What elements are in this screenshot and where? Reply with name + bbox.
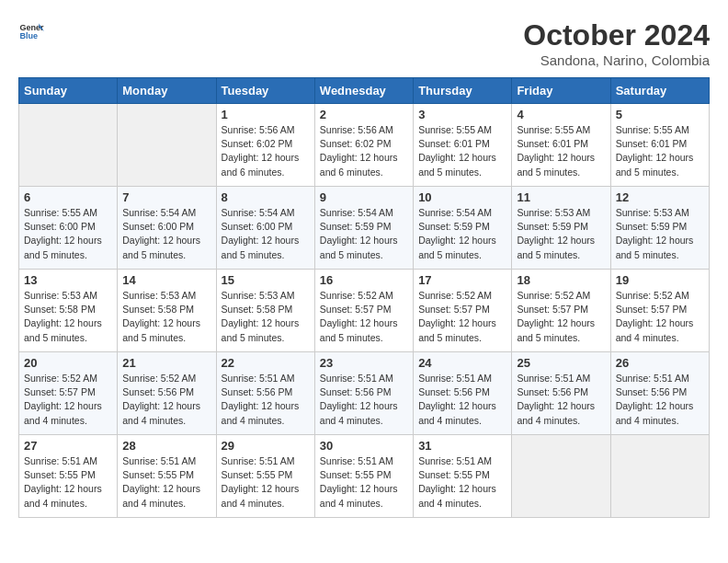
day-info: Sunrise: 5:54 AM Sunset: 5:59 PM Dayligh… — [320, 206, 408, 262]
day-number: 4 — [517, 108, 605, 121]
day-info: Sunrise: 5:52 AM Sunset: 5:57 PM Dayligh… — [320, 289, 408, 345]
day-number: 30 — [320, 439, 408, 453]
calendar-week-row: 13Sunrise: 5:53 AM Sunset: 5:58 PM Dayli… — [19, 270, 710, 352]
day-info: Sunrise: 5:51 AM Sunset: 5:55 PM Dayligh… — [222, 454, 310, 511]
day-info: Sunrise: 5:56 AM Sunset: 6:02 PM Dayligh… — [320, 123, 408, 179]
calendar-cell: 25Sunrise: 5:51 AM Sunset: 5:56 PM Dayli… — [512, 352, 610, 435]
calendar-cell: 7Sunrise: 5:54 AM Sunset: 6:00 PM Daylig… — [118, 187, 216, 270]
calendar-cell: 2Sunrise: 5:56 AM Sunset: 6:02 PM Daylig… — [314, 104, 413, 187]
calendar-cell — [118, 104, 216, 187]
calendar-cell: 27Sunrise: 5:51 AM Sunset: 5:55 PM Dayli… — [19, 435, 118, 518]
day-info: Sunrise: 5:53 AM Sunset: 5:59 PM Dayligh… — [616, 206, 704, 262]
day-number: 1 — [222, 108, 310, 121]
col-thursday: Thursday — [414, 78, 512, 104]
title-area: October 2024 Sandona, Narino, Colombia — [523, 18, 710, 68]
calendar-cell: 5Sunrise: 5:55 AM Sunset: 6:01 PM Daylig… — [610, 104, 709, 187]
calendar-week-row: 27Sunrise: 5:51 AM Sunset: 5:55 PM Dayli… — [19, 435, 710, 518]
day-number: 16 — [320, 273, 408, 287]
day-number: 2 — [320, 108, 408, 121]
col-friday: Friday — [512, 78, 610, 104]
calendar-cell — [512, 435, 610, 518]
calendar-table: Sunday Monday Tuesday Wednesday Thursday… — [18, 77, 710, 518]
day-info: Sunrise: 5:53 AM Sunset: 5:58 PM Dayligh… — [222, 289, 310, 345]
day-info: Sunrise: 5:51 AM Sunset: 5:56 PM Dayligh… — [517, 372, 605, 428]
day-number: 21 — [122, 356, 210, 370]
calendar-cell: 29Sunrise: 5:51 AM Sunset: 5:55 PM Dayli… — [216, 435, 314, 518]
day-number: 25 — [517, 356, 605, 370]
calendar-week-row: 6Sunrise: 5:55 AM Sunset: 6:00 PM Daylig… — [19, 187, 710, 270]
day-number: 12 — [616, 190, 704, 204]
day-number: 24 — [418, 356, 506, 370]
calendar-cell: 15Sunrise: 5:53 AM Sunset: 5:58 PM Dayli… — [216, 270, 314, 352]
col-tuesday: Tuesday — [216, 78, 314, 104]
col-sunday: Sunday — [19, 78, 118, 104]
col-saturday: Saturday — [610, 78, 709, 104]
calendar-cell: 21Sunrise: 5:52 AM Sunset: 5:56 PM Dayli… — [118, 352, 216, 435]
day-info: Sunrise: 5:51 AM Sunset: 5:56 PM Dayligh… — [320, 372, 408, 428]
day-number: 19 — [616, 273, 704, 287]
calendar-title: October 2024 — [523, 18, 710, 52]
day-info: Sunrise: 5:55 AM Sunset: 6:01 PM Dayligh… — [517, 123, 605, 179]
day-info: Sunrise: 5:51 AM Sunset: 5:55 PM Dayligh… — [418, 454, 506, 511]
calendar-cell: 11Sunrise: 5:53 AM Sunset: 5:59 PM Dayli… — [512, 187, 610, 270]
day-info: Sunrise: 5:51 AM Sunset: 5:55 PM Dayligh… — [320, 454, 408, 511]
day-info: Sunrise: 5:55 AM Sunset: 6:01 PM Dayligh… — [418, 123, 506, 179]
day-number: 26 — [616, 356, 704, 370]
calendar-cell: 4Sunrise: 5:55 AM Sunset: 6:01 PM Daylig… — [512, 104, 610, 187]
calendar-cell — [19, 104, 118, 187]
day-info: Sunrise: 5:53 AM Sunset: 5:58 PM Dayligh… — [122, 289, 210, 345]
day-info: Sunrise: 5:56 AM Sunset: 6:02 PM Dayligh… — [222, 123, 310, 179]
day-info: Sunrise: 5:52 AM Sunset: 5:57 PM Dayligh… — [616, 289, 704, 345]
calendar-cell: 3Sunrise: 5:55 AM Sunset: 6:01 PM Daylig… — [414, 104, 512, 187]
day-number: 20 — [24, 356, 112, 370]
calendar-cell: 14Sunrise: 5:53 AM Sunset: 5:58 PM Dayli… — [118, 270, 216, 352]
calendar-cell: 26Sunrise: 5:51 AM Sunset: 5:56 PM Dayli… — [610, 352, 709, 435]
calendar-cell: 9Sunrise: 5:54 AM Sunset: 5:59 PM Daylig… — [314, 187, 413, 270]
day-number: 8 — [222, 190, 310, 204]
day-number: 13 — [24, 273, 112, 287]
calendar-cell — [610, 435, 709, 518]
calendar-week-row: 1Sunrise: 5:56 AM Sunset: 6:02 PM Daylig… — [19, 104, 710, 187]
logo-icon: General Blue — [18, 18, 44, 44]
day-number: 15 — [222, 273, 310, 287]
page-header: General Blue October 2024 Sandona, Narin… — [18, 18, 710, 68]
calendar-cell: 19Sunrise: 5:52 AM Sunset: 5:57 PM Dayli… — [610, 270, 709, 352]
calendar-cell: 1Sunrise: 5:56 AM Sunset: 6:02 PM Daylig… — [216, 104, 314, 187]
calendar-cell: 10Sunrise: 5:54 AM Sunset: 5:59 PM Dayli… — [414, 187, 512, 270]
day-info: Sunrise: 5:52 AM Sunset: 5:57 PM Dayligh… — [517, 289, 605, 345]
day-info: Sunrise: 5:54 AM Sunset: 6:00 PM Dayligh… — [222, 206, 310, 262]
col-monday: Monday — [118, 78, 216, 104]
day-info: Sunrise: 5:53 AM Sunset: 5:58 PM Dayligh… — [24, 289, 112, 345]
day-number: 28 — [122, 439, 210, 453]
calendar-cell: 17Sunrise: 5:52 AM Sunset: 5:57 PM Dayli… — [414, 270, 512, 352]
day-info: Sunrise: 5:51 AM Sunset: 5:56 PM Dayligh… — [616, 372, 704, 428]
calendar-cell: 20Sunrise: 5:52 AM Sunset: 5:57 PM Dayli… — [19, 352, 118, 435]
calendar-cell: 23Sunrise: 5:51 AM Sunset: 5:56 PM Dayli… — [314, 352, 413, 435]
col-wednesday: Wednesday — [314, 78, 413, 104]
day-number: 22 — [222, 356, 310, 370]
calendar-cell: 30Sunrise: 5:51 AM Sunset: 5:55 PM Dayli… — [314, 435, 413, 518]
calendar-cell: 13Sunrise: 5:53 AM Sunset: 5:58 PM Dayli… — [19, 270, 118, 352]
day-number: 5 — [616, 108, 704, 121]
day-info: Sunrise: 5:54 AM Sunset: 6:00 PM Dayligh… — [122, 206, 210, 262]
calendar-cell: 22Sunrise: 5:51 AM Sunset: 5:56 PM Dayli… — [216, 352, 314, 435]
day-number: 23 — [320, 356, 408, 370]
day-number: 14 — [122, 273, 210, 287]
calendar-cell: 6Sunrise: 5:55 AM Sunset: 6:00 PM Daylig… — [19, 187, 118, 270]
day-info: Sunrise: 5:53 AM Sunset: 5:59 PM Dayligh… — [517, 206, 605, 262]
day-number: 18 — [517, 273, 605, 287]
calendar-cell: 28Sunrise: 5:51 AM Sunset: 5:55 PM Dayli… — [118, 435, 216, 518]
day-number: 11 — [517, 190, 605, 204]
calendar-cell: 16Sunrise: 5:52 AM Sunset: 5:57 PM Dayli… — [314, 270, 413, 352]
day-number: 7 — [122, 190, 210, 204]
day-number: 17 — [418, 273, 506, 287]
day-number: 31 — [418, 439, 506, 453]
calendar-cell: 8Sunrise: 5:54 AM Sunset: 6:00 PM Daylig… — [216, 187, 314, 270]
day-info: Sunrise: 5:52 AM Sunset: 5:57 PM Dayligh… — [24, 372, 112, 428]
calendar-week-row: 20Sunrise: 5:52 AM Sunset: 5:57 PM Dayli… — [19, 352, 710, 435]
day-info: Sunrise: 5:51 AM Sunset: 5:55 PM Dayligh… — [24, 454, 112, 511]
day-info: Sunrise: 5:55 AM Sunset: 6:01 PM Dayligh… — [616, 123, 704, 179]
svg-text:Blue: Blue — [19, 31, 38, 40]
calendar-cell: 12Sunrise: 5:53 AM Sunset: 5:59 PM Dayli… — [610, 187, 709, 270]
day-number: 29 — [222, 439, 310, 453]
